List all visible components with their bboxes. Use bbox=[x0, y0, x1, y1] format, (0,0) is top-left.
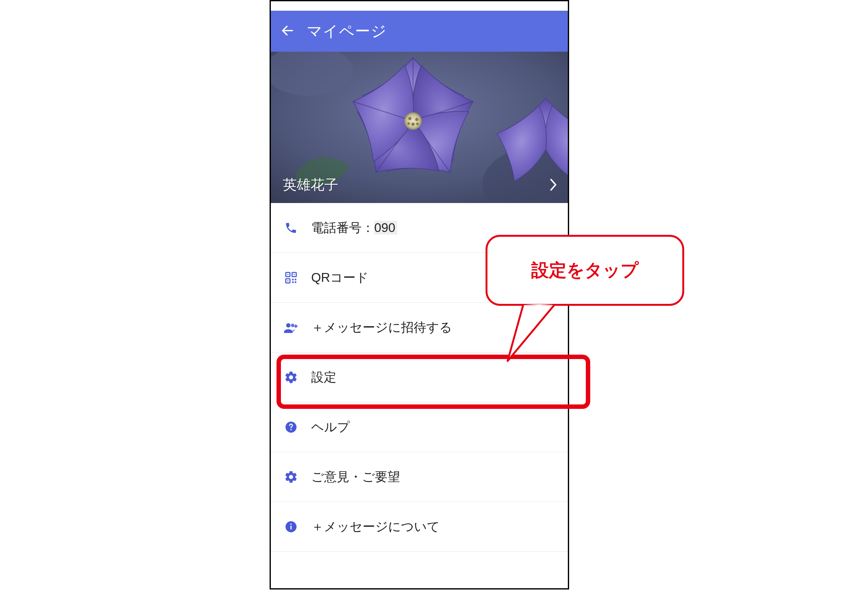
help-icon bbox=[283, 420, 299, 435]
profile-header[interactable]: 英雄花子 bbox=[271, 52, 568, 203]
info-icon bbox=[283, 519, 299, 534]
svg-point-20 bbox=[286, 323, 291, 327]
svg-point-4 bbox=[404, 112, 422, 130]
svg-rect-14 bbox=[293, 274, 295, 275]
svg-point-21 bbox=[291, 323, 295, 327]
svg-rect-13 bbox=[287, 274, 288, 275]
help-label: ヘルプ bbox=[311, 418, 350, 436]
qr-code-icon bbox=[283, 270, 299, 285]
status-bar bbox=[271, 1, 568, 11]
svg-marker-27 bbox=[507, 304, 555, 361]
svg-point-8 bbox=[407, 122, 410, 125]
feedback-label: ご意見・ご要望 bbox=[311, 468, 400, 486]
page-title: マイページ bbox=[307, 21, 387, 41]
svg-point-6 bbox=[415, 118, 418, 121]
settings-label: 設定 bbox=[311, 369, 337, 386]
app-bar: マイページ bbox=[271, 11, 568, 52]
profile-name: 英雄花子 bbox=[283, 176, 338, 194]
phone-label-prefix: 電話番号： bbox=[311, 221, 374, 235]
svg-point-9 bbox=[416, 123, 419, 125]
svg-point-7 bbox=[412, 123, 415, 126]
phone-label: 電話番号：090 bbox=[311, 219, 397, 236]
phone-number: 090 bbox=[374, 221, 397, 235]
svg-rect-17 bbox=[295, 279, 296, 280]
back-arrow-icon[interactable] bbox=[280, 23, 295, 39]
gear-icon bbox=[283, 370, 299, 385]
svg-rect-16 bbox=[292, 279, 293, 280]
callout-tail-icon bbox=[504, 304, 561, 367]
menu-item-feedback[interactable]: ご意見・ご要望 bbox=[271, 452, 568, 502]
menu-item-about[interactable]: ＋メッセージについて bbox=[271, 502, 568, 552]
svg-rect-19 bbox=[295, 281, 296, 283]
invite-label: ＋メッセージに招待する bbox=[311, 319, 452, 336]
phone-icon bbox=[283, 220, 299, 235]
svg-rect-15 bbox=[287, 280, 288, 281]
callout-text: 設定をタップ bbox=[531, 259, 639, 283]
instruction-callout: 設定をタップ bbox=[486, 235, 684, 306]
svg-point-5 bbox=[408, 117, 412, 120]
gear-icon bbox=[283, 469, 299, 484]
svg-point-23 bbox=[290, 429, 292, 430]
svg-point-26 bbox=[290, 523, 292, 525]
svg-rect-25 bbox=[290, 525, 292, 529]
menu-item-help[interactable]: ヘルプ bbox=[271, 402, 568, 452]
chevron-right-icon bbox=[549, 178, 558, 193]
invite-people-icon bbox=[283, 320, 299, 335]
about-label: ＋メッセージについて bbox=[311, 518, 440, 535]
qr-label: QRコード bbox=[311, 269, 368, 286]
svg-rect-18 bbox=[292, 281, 293, 283]
